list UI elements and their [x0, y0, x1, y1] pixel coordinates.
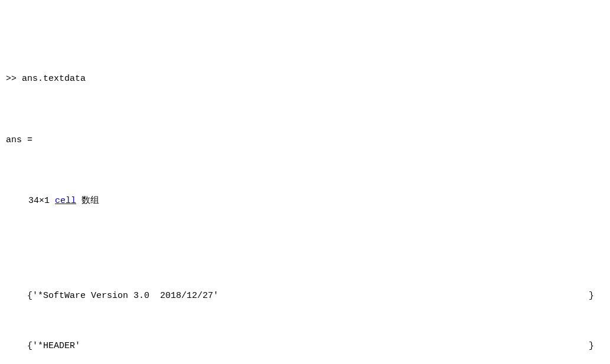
cell-type-link[interactable]: cell: [55, 196, 76, 206]
cell-array-info: 34×1 cell 数组: [18, 193, 604, 210]
cell-array-content: {'*SoftWare Version 3.0 2018/12/27'} {'*…: [27, 254, 604, 365]
cell-open-brace: {': [27, 288, 38, 305]
cell-close-brace: }: [589, 338, 594, 355]
cell-text: *SoftWare Version 3.0 2018/12/27': [38, 288, 589, 305]
cell-suffix: 数组: [76, 196, 99, 206]
cell-row: {'*SoftWare Version 3.0 2018/12/27'}: [27, 288, 594, 305]
cell-text: *HEADER': [38, 338, 589, 355]
cell-open-brace: {': [27, 338, 38, 355]
cell-close-brace: }: [589, 288, 594, 305]
ans-label: ans =: [6, 132, 604, 149]
command-prompt: >> ans.textdata: [6, 71, 604, 88]
cell-row: {'*HEADER'}: [27, 338, 594, 355]
cell-size-prefix: 34×1: [18, 196, 55, 206]
